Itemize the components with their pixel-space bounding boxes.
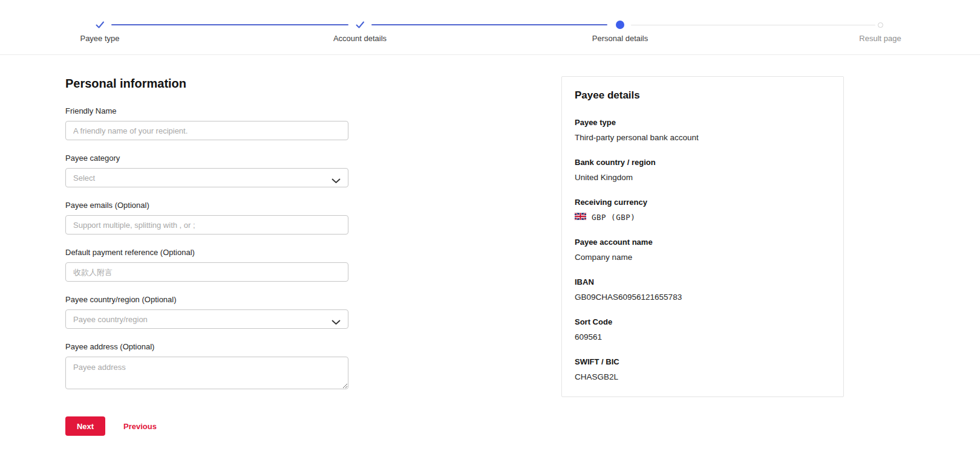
- step-label: Result page: [829, 34, 932, 43]
- payee-details-title: Payee details: [575, 89, 831, 102]
- payee-country-region-select[interactable]: [65, 309, 348, 329]
- current-step-dot-icon: [616, 21, 624, 29]
- field-payee-country-region: Payee country/region (Optional): [65, 295, 348, 329]
- summary-label: Payee type: [575, 118, 831, 128]
- payee-address-label: Payee address (Optional): [65, 342, 348, 351]
- summary-label: Sort Code: [575, 317, 831, 327]
- summary-value: GBP (GBP): [592, 213, 635, 222]
- payee-details-card: Payee details Payee type Third-party per…: [561, 76, 844, 397]
- summary-item-iban: IBAN GB09CHAS60956121655783: [575, 277, 831, 302]
- step-label: Personal details: [569, 34, 671, 43]
- summary-value: GB09CHAS60956121655783: [575, 293, 831, 302]
- summary-value: United Kingdom: [575, 173, 831, 183]
- personal-information-form: Personal information Friendly Name Payee…: [65, 76, 348, 436]
- payee-address-textarea[interactable]: [65, 357, 348, 389]
- friendly-name-label: Friendly Name: [65, 106, 348, 115]
- summary-label: SWIFT / BIC: [575, 357, 831, 367]
- payee-category-select[interactable]: [65, 168, 348, 187]
- friendly-name-input[interactable]: [65, 121, 348, 140]
- summary-item-sort-code: Sort Code 609561: [575, 317, 831, 342]
- stepper: Payee type Account details Personal deta…: [0, 0, 980, 55]
- check-icon: [94, 19, 105, 30]
- default-payment-reference-label: Default payment reference (Optional): [65, 248, 348, 257]
- next-button[interactable]: Next: [65, 416, 105, 436]
- step-label: Payee type: [48, 34, 151, 43]
- field-payee-address: Payee address (Optional): [65, 342, 348, 392]
- upcoming-step-circle-icon: [878, 22, 883, 28]
- summary-item-bank-country: Bank country / region United Kingdom: [575, 158, 831, 183]
- previous-button[interactable]: Previous: [123, 422, 157, 431]
- step-label: Account details: [309, 34, 411, 43]
- page-title: Personal information: [65, 76, 348, 91]
- summary-item-swift-bic: SWIFT / BIC CHASGB2L: [575, 357, 831, 382]
- summary-item-payee-type: Payee type Third-party personal bank acc…: [575, 118, 831, 143]
- uk-flag-icon: [575, 213, 586, 222]
- summary-value: Third-party personal bank account: [575, 133, 831, 143]
- step-result-page: Result page: [829, 18, 932, 43]
- payee-emails-input[interactable]: [65, 215, 348, 235]
- step-personal-details[interactable]: Personal details: [569, 18, 671, 43]
- summary-value: CHASGB2L: [575, 372, 831, 382]
- field-payee-emails: Payee emails (Optional): [65, 201, 348, 235]
- field-friendly-name: Friendly Name: [65, 106, 348, 140]
- summary-value: Company name: [575, 253, 831, 262]
- payee-emails-label: Payee emails (Optional): [65, 201, 348, 210]
- summary-label: Receiving currency: [575, 198, 831, 207]
- check-icon: [354, 19, 365, 30]
- step-account-details[interactable]: Account details: [309, 18, 411, 43]
- summary-item-payee-account-name: Payee account name Company name: [575, 238, 831, 262]
- summary-label: IBAN: [575, 277, 831, 287]
- summary-item-receiving-currency: Receiving currency GBP (GBP): [575, 198, 831, 222]
- summary-label: Payee account name: [575, 238, 831, 247]
- field-default-payment-reference: Default payment reference (Optional): [65, 248, 348, 282]
- payee-country-region-label: Payee country/region (Optional): [65, 295, 348, 304]
- default-payment-reference-input[interactable]: [65, 262, 348, 282]
- form-actions: Next Previous: [65, 416, 348, 436]
- summary-label: Bank country / region: [575, 158, 831, 167]
- summary-value: 609561: [575, 332, 831, 342]
- step-payee-type[interactable]: Payee type: [48, 18, 151, 43]
- field-payee-category: Payee category: [65, 154, 348, 187]
- payee-category-label: Payee category: [65, 154, 348, 163]
